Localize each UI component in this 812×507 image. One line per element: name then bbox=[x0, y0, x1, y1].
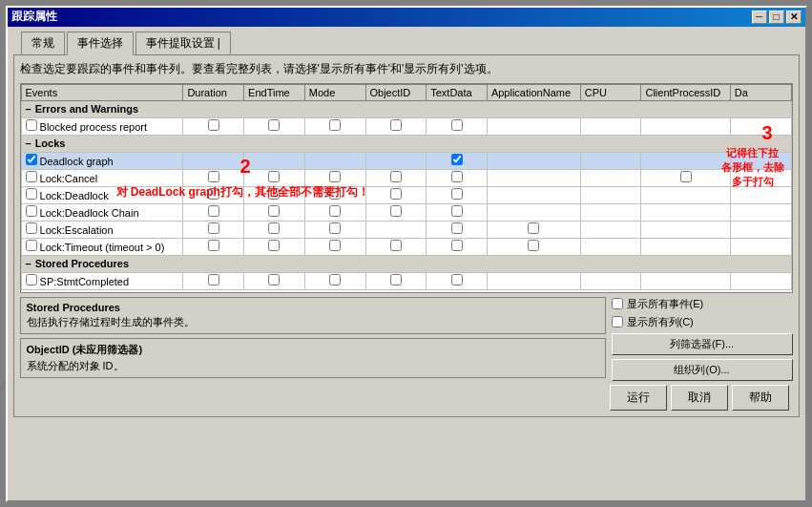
help-button[interactable]: 帮助 bbox=[732, 385, 789, 411]
col-check[interactable] bbox=[208, 119, 219, 131]
footer-buttons: 4 运行 取消 帮助 bbox=[20, 385, 793, 411]
col-events: Events bbox=[21, 84, 183, 100]
tab-panel: 检查选定要跟踪的事件和事件列。要查看完整列表，请选择'显示所有事件'和'显示所有… bbox=[13, 54, 800, 417]
event-label: Lock:Escalation bbox=[21, 221, 183, 238]
col-check[interactable] bbox=[268, 205, 280, 217]
col-check[interactable] bbox=[390, 188, 402, 200]
col-check[interactable] bbox=[390, 119, 402, 131]
event-label: SP:StmtCompleted bbox=[21, 272, 183, 289]
col-check[interactable] bbox=[680, 171, 692, 182]
col-check[interactable] bbox=[329, 222, 341, 234]
col-check[interactable] bbox=[208, 274, 219, 285]
col-check[interactable] bbox=[451, 171, 463, 182]
objectid-info: ObjectID (未应用筛选器) 系统分配的对象 ID。 bbox=[20, 338, 606, 378]
col-check[interactable] bbox=[451, 222, 463, 234]
stored-procedures-info: Stored Procedures 包括执行存储过程时生成的事件类。 bbox=[20, 297, 606, 334]
table-row-deadlock-graph: Deadlock graph bbox=[21, 152, 791, 169]
col-check[interactable] bbox=[208, 188, 219, 200]
col-mode: Mode bbox=[304, 84, 365, 100]
cancel-button[interactable]: 取消 bbox=[671, 385, 728, 411]
organize-columns-button[interactable]: 组织列(O)... bbox=[612, 359, 793, 381]
show-all-columns-label: 显示所有列(C) bbox=[627, 315, 694, 329]
events-table-container[interactable]: Events Duration EndTime Mode ObjectID Te… bbox=[20, 83, 793, 293]
col-check[interactable] bbox=[329, 205, 341, 217]
window-title: 跟踪属性 bbox=[11, 9, 57, 25]
stored-procedures-title: Stored Procedures bbox=[27, 302, 599, 313]
table-header-row: Events Duration EndTime Mode ObjectID Te… bbox=[21, 84, 791, 100]
deadlock-graph-checkbox[interactable] bbox=[26, 154, 37, 165]
table-row: SP:StmtCompleted bbox=[21, 272, 791, 289]
event-checkbox[interactable] bbox=[26, 274, 37, 285]
col-duration: Duration bbox=[183, 84, 244, 100]
event-checkbox[interactable] bbox=[26, 205, 37, 217]
maximize-button[interactable]: □ bbox=[769, 11, 784, 24]
event-checkbox[interactable] bbox=[26, 222, 37, 234]
col-check[interactable] bbox=[268, 119, 280, 131]
title-bar-buttons: ─ □ ✕ bbox=[752, 11, 802, 24]
tab-general[interactable]: 常规 bbox=[21, 32, 65, 55]
col-check[interactable] bbox=[528, 240, 539, 251]
tab-bar: 常规 事件选择 事件提取设置 | bbox=[13, 31, 800, 54]
col-check[interactable] bbox=[329, 171, 341, 182]
event-checkbox[interactable] bbox=[26, 240, 37, 251]
group-errors-warnings: –Errors and Warnings bbox=[21, 100, 791, 117]
col-check-textdata[interactable] bbox=[451, 154, 463, 165]
run-button[interactable]: 运行 bbox=[610, 385, 667, 411]
col-check[interactable] bbox=[268, 274, 280, 285]
column-filter-button[interactable]: 列筛选器(F)... bbox=[612, 333, 793, 355]
col-check[interactable] bbox=[208, 171, 219, 182]
group-stored-procedures: –Stored Procedures bbox=[21, 255, 791, 272]
col-check[interactable] bbox=[268, 171, 280, 182]
tab-event-selection[interactable]: 事件选择 bbox=[67, 32, 134, 55]
table-row: Blocked process report bbox=[21, 117, 791, 135]
col-check[interactable] bbox=[268, 240, 280, 251]
col-check[interactable] bbox=[451, 119, 463, 131]
col-check[interactable] bbox=[208, 222, 219, 234]
col-check[interactable] bbox=[329, 188, 341, 200]
col-appname: ApplicationName bbox=[487, 84, 580, 100]
event-label: Deadlock graph bbox=[21, 152, 183, 169]
table-row: Lock:Escalation bbox=[21, 221, 791, 238]
col-da: Da bbox=[730, 84, 791, 100]
tab-event-extraction[interactable]: 事件提取设置 | bbox=[135, 32, 231, 55]
col-check[interactable] bbox=[390, 240, 402, 251]
title-bar: 跟踪属性 ─ □ ✕ bbox=[8, 8, 805, 27]
col-check[interactable] bbox=[390, 171, 402, 182]
col-check[interactable] bbox=[390, 274, 402, 285]
table-row: Lock:Cancel bbox=[21, 169, 791, 186]
main-window: 跟踪属性 ─ □ ✕ 常规 事件选择 事件提取设置 | 检查选定要跟踪的事件和事… bbox=[6, 6, 807, 502]
event-checkbox[interactable] bbox=[26, 171, 37, 182]
col-check[interactable] bbox=[390, 205, 402, 217]
info-panel: Stored Procedures 包括执行存储过程时生成的事件类。 Objec… bbox=[20, 297, 606, 381]
col-check[interactable] bbox=[451, 274, 463, 285]
col-check[interactable] bbox=[329, 274, 341, 285]
event-checkbox[interactable] bbox=[26, 188, 37, 200]
col-cpu: CPU bbox=[580, 84, 641, 100]
table-row: Lock:Deadlock Chain bbox=[21, 203, 791, 221]
col-check[interactable] bbox=[268, 222, 280, 234]
col-check[interactable] bbox=[451, 188, 463, 200]
col-check[interactable] bbox=[451, 205, 463, 217]
window-content: 常规 事件选择 事件提取设置 | 检查选定要跟踪的事件和事件列。要查看完整列表，… bbox=[8, 27, 805, 421]
show-all-events-checkbox[interactable] bbox=[612, 298, 623, 309]
objectid-text: 系统分配的对象 ID。 bbox=[27, 359, 599, 373]
col-check[interactable] bbox=[329, 119, 341, 131]
stored-procedures-text: 包括执行存储过程时生成的事件类。 bbox=[27, 315, 599, 329]
bottom-area: Stored Procedures 包括执行存储过程时生成的事件类。 Objec… bbox=[20, 297, 793, 381]
col-check[interactable] bbox=[451, 240, 463, 251]
col-check[interactable] bbox=[528, 222, 539, 234]
minimize-button[interactable]: ─ bbox=[752, 11, 767, 24]
close-button[interactable]: ✕ bbox=[786, 11, 802, 24]
annotation-4: 4 bbox=[0, 377, 1, 397]
col-check[interactable] bbox=[208, 205, 219, 217]
col-check[interactable] bbox=[329, 240, 341, 251]
show-all-columns-checkbox[interactable] bbox=[612, 316, 623, 327]
event-label: Lock:Cancel bbox=[21, 169, 183, 186]
col-check[interactable] bbox=[208, 240, 219, 251]
col-check[interactable] bbox=[268, 188, 280, 200]
event-label: Blocked process report bbox=[21, 117, 183, 135]
group-locks: –Locks bbox=[21, 135, 791, 152]
objectid-title: ObjectID (未应用筛选器) bbox=[27, 343, 599, 357]
event-label: Lock:Deadlock bbox=[21, 186, 183, 203]
event-checkbox[interactable] bbox=[26, 119, 37, 131]
